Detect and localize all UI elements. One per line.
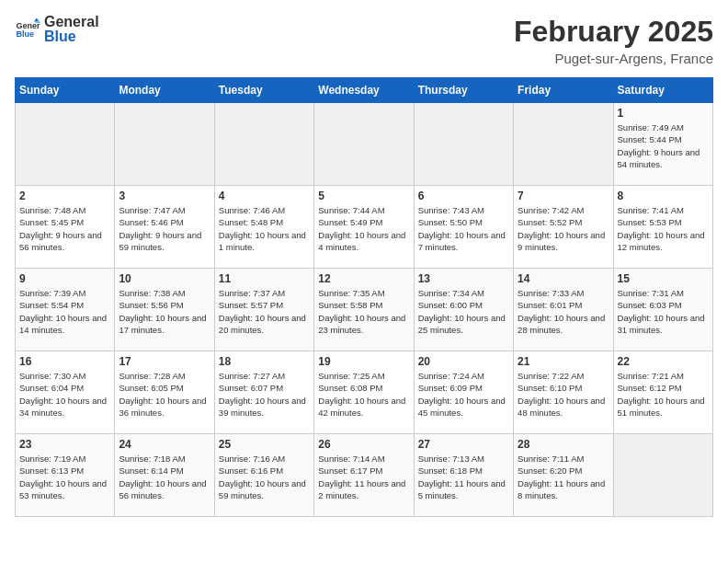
day-info: Sunrise: 7:19 AM Sunset: 6:13 PM Dayligh… — [19, 453, 110, 501]
day-info: Sunrise: 7:28 AM Sunset: 6:05 PM Dayligh… — [119, 370, 210, 419]
day-info: Sunrise: 7:44 AM Sunset: 5:49 PM Dayligh… — [318, 204, 409, 253]
calendar-cell: 11Sunrise: 7:37 AM Sunset: 5:57 PM Dayli… — [214, 269, 313, 351]
calendar-cell: 4Sunrise: 7:46 AM Sunset: 5:48 PM Daylig… — [214, 186, 313, 269]
day-info: Sunrise: 7:31 AM Sunset: 6:03 PM Dayligh… — [618, 287, 709, 336]
calendar-cell: 15Sunrise: 7:31 AM Sunset: 6:03 PM Dayli… — [613, 269, 712, 351]
day-number: 21 — [518, 355, 609, 368]
day-number: 8 — [618, 190, 709, 202]
day-info: Sunrise: 7:16 AM Sunset: 6:16 PM Dayligh… — [219, 453, 310, 501]
day-info: Sunrise: 7:27 AM Sunset: 6:07 PM Dayligh… — [219, 370, 310, 419]
day-header-monday: Monday — [115, 78, 214, 103]
day-info: Sunrise: 7:43 AM Sunset: 5:50 PM Dayligh… — [418, 204, 509, 253]
day-number: 24 — [119, 438, 210, 451]
svg-text:Blue: Blue — [16, 29, 34, 39]
day-number: 23 — [19, 438, 110, 451]
day-info: Sunrise: 7:11 AM Sunset: 6:20 PM Dayligh… — [518, 453, 609, 501]
week-row-2: 2Sunrise: 7:48 AM Sunset: 5:45 PM Daylig… — [16, 186, 713, 269]
day-header-thursday: Thursday — [414, 78, 513, 103]
calendar-cell: 26Sunrise: 7:14 AM Sunset: 6:17 PM Dayli… — [314, 434, 414, 517]
logo-general-text: General — [44, 15, 99, 29]
day-info: Sunrise: 7:35 AM Sunset: 5:58 PM Dayligh… — [318, 287, 409, 336]
week-row-4: 16Sunrise: 7:30 AM Sunset: 6:04 PM Dayli… — [16, 351, 713, 434]
calendar-cell: 7Sunrise: 7:42 AM Sunset: 5:52 PM Daylig… — [514, 186, 613, 269]
day-info: Sunrise: 7:22 AM Sunset: 6:10 PM Dayligh… — [518, 370, 609, 419]
day-number: 27 — [418, 438, 509, 451]
day-info: Sunrise: 7:21 AM Sunset: 6:12 PM Dayligh… — [618, 370, 709, 419]
day-info: Sunrise: 7:13 AM Sunset: 6:18 PM Dayligh… — [418, 453, 509, 501]
calendar-cell: 23Sunrise: 7:19 AM Sunset: 6:13 PM Dayli… — [16, 434, 115, 517]
calendar-cell: 14Sunrise: 7:33 AM Sunset: 6:01 PM Dayli… — [514, 269, 613, 351]
day-number: 26 — [318, 438, 409, 451]
day-number: 18 — [219, 355, 310, 368]
day-number: 1 — [618, 107, 709, 120]
calendar-cell — [314, 103, 414, 186]
day-info: Sunrise: 7:47 AM Sunset: 5:46 PM Dayligh… — [119, 204, 210, 253]
day-header-saturday: Saturday — [613, 78, 712, 103]
day-number: 7 — [518, 190, 609, 202]
day-info: Sunrise: 7:49 AM Sunset: 5:44 PM Dayligh… — [618, 121, 709, 170]
logo-blue-text: Blue — [44, 29, 99, 44]
calendar-cell: 16Sunrise: 7:30 AM Sunset: 6:04 PM Dayli… — [16, 351, 115, 434]
day-header-wednesday: Wednesday — [314, 78, 414, 103]
calendar-cell — [16, 103, 115, 186]
day-number: 9 — [19, 272, 110, 285]
calendar-cell — [514, 103, 613, 186]
calendar-cell: 28Sunrise: 7:11 AM Sunset: 6:20 PM Dayli… — [514, 434, 613, 517]
day-info: Sunrise: 7:18 AM Sunset: 6:14 PM Dayligh… — [119, 453, 210, 501]
day-number: 12 — [318, 272, 409, 285]
calendar-cell: 9Sunrise: 7:39 AM Sunset: 5:54 PM Daylig… — [16, 269, 115, 351]
day-number: 5 — [318, 190, 409, 202]
day-number: 13 — [418, 272, 509, 285]
calendar-cell: 25Sunrise: 7:16 AM Sunset: 6:16 PM Dayli… — [214, 434, 313, 517]
days-header-row: SundayMondayTuesdayWednesdayThursdayFrid… — [16, 78, 713, 103]
calendar-cell: 2Sunrise: 7:48 AM Sunset: 5:45 PM Daylig… — [16, 186, 115, 269]
calendar-title: February 2025 — [514, 15, 713, 49]
day-info: Sunrise: 7:41 AM Sunset: 5:53 PM Dayligh… — [618, 204, 709, 253]
day-number: 20 — [418, 355, 509, 368]
day-number: 16 — [19, 355, 110, 368]
day-number: 19 — [318, 355, 409, 368]
calendar-cell: 8Sunrise: 7:41 AM Sunset: 5:53 PM Daylig… — [613, 186, 712, 269]
day-number: 3 — [119, 190, 210, 202]
day-number: 17 — [119, 355, 210, 368]
day-info: Sunrise: 7:37 AM Sunset: 5:57 PM Dayligh… — [219, 287, 310, 336]
calendar-cell: 24Sunrise: 7:18 AM Sunset: 6:14 PM Dayli… — [115, 434, 214, 517]
day-number: 22 — [618, 355, 709, 368]
calendar-cell: 19Sunrise: 7:25 AM Sunset: 6:08 PM Dayli… — [314, 351, 414, 434]
day-info: Sunrise: 7:30 AM Sunset: 6:04 PM Dayligh… — [19, 370, 110, 419]
day-header-tuesday: Tuesday — [214, 78, 313, 103]
day-header-friday: Friday — [514, 78, 613, 103]
day-info: Sunrise: 7:38 AM Sunset: 5:56 PM Dayligh… — [119, 287, 210, 336]
day-info: Sunrise: 7:25 AM Sunset: 6:08 PM Dayligh… — [318, 370, 409, 419]
calendar-cell: 20Sunrise: 7:24 AM Sunset: 6:09 PM Dayli… — [414, 351, 513, 434]
calendar-cell: 13Sunrise: 7:34 AM Sunset: 6:00 PM Dayli… — [414, 269, 513, 351]
calendar-cell: 1Sunrise: 7:49 AM Sunset: 5:44 PM Daylig… — [613, 103, 712, 186]
day-info: Sunrise: 7:46 AM Sunset: 5:48 PM Dayligh… — [219, 204, 310, 253]
calendar-cell: 18Sunrise: 7:27 AM Sunset: 6:07 PM Dayli… — [214, 351, 313, 434]
calendar-table: SundayMondayTuesdayWednesdayThursdayFrid… — [15, 77, 713, 517]
day-info: Sunrise: 7:42 AM Sunset: 5:52 PM Dayligh… — [518, 204, 609, 253]
logo-icon: General Blue — [15, 17, 40, 42]
day-number: 28 — [518, 438, 609, 451]
day-number: 15 — [618, 272, 709, 285]
calendar-cell: 22Sunrise: 7:21 AM Sunset: 6:12 PM Dayli… — [613, 351, 712, 434]
calendar-cell — [115, 103, 214, 186]
calendar-cell: 21Sunrise: 7:22 AM Sunset: 6:10 PM Dayli… — [514, 351, 613, 434]
day-info: Sunrise: 7:39 AM Sunset: 5:54 PM Dayligh… — [19, 287, 110, 336]
calendar-cell: 6Sunrise: 7:43 AM Sunset: 5:50 PM Daylig… — [414, 186, 513, 269]
calendar-cell — [214, 103, 313, 186]
day-number: 2 — [19, 190, 110, 202]
day-info: Sunrise: 7:33 AM Sunset: 6:01 PM Dayligh… — [518, 287, 609, 336]
calendar-cell: 12Sunrise: 7:35 AM Sunset: 5:58 PM Dayli… — [314, 269, 414, 351]
day-number: 14 — [518, 272, 609, 285]
day-info: Sunrise: 7:14 AM Sunset: 6:17 PM Dayligh… — [318, 453, 409, 501]
calendar-cell: 3Sunrise: 7:47 AM Sunset: 5:46 PM Daylig… — [115, 186, 214, 269]
day-header-sunday: Sunday — [16, 78, 115, 103]
day-number: 10 — [119, 272, 210, 285]
day-info: Sunrise: 7:34 AM Sunset: 6:00 PM Dayligh… — [418, 287, 509, 336]
day-info: Sunrise: 7:24 AM Sunset: 6:09 PM Dayligh… — [418, 370, 509, 419]
logo: General Blue General Blue — [15, 15, 99, 44]
calendar-cell: 27Sunrise: 7:13 AM Sunset: 6:18 PM Dayli… — [414, 434, 513, 517]
calendar-cell: 10Sunrise: 7:38 AM Sunset: 5:56 PM Dayli… — [115, 269, 214, 351]
day-number: 6 — [418, 190, 509, 202]
